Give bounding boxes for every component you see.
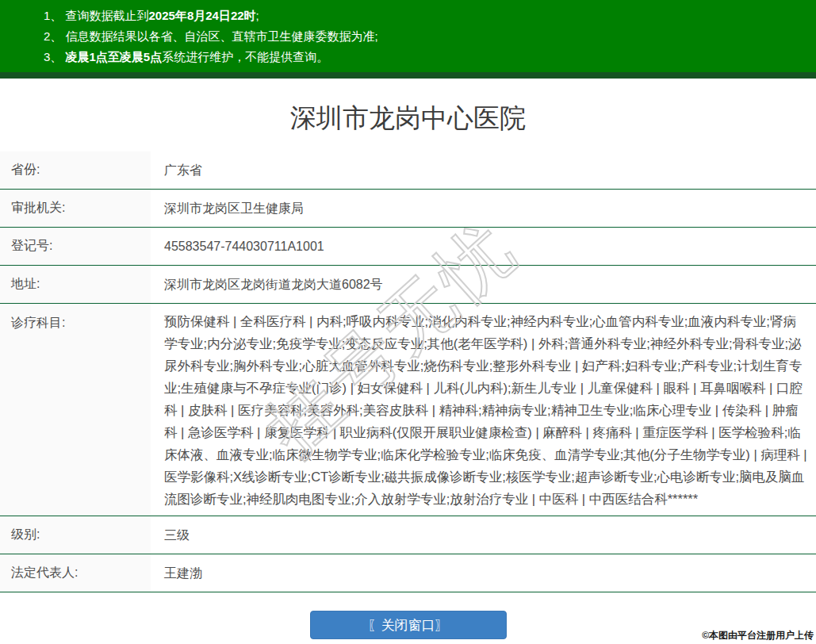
notice-line-1-bold: 2025年8月24日22时 [149,9,256,22]
row-value: 王建渤 [151,562,816,585]
row-value: 深圳市龙岗区龙岗街道龙岗大道6082号 [151,274,816,296]
table-row-registration-number: 登记号: 45583547-744030711A1001 [0,228,816,266]
table-row-address: 地址: 深圳市龙岗区龙岗街道龙岗大道6082号 [0,266,816,304]
close-window-button[interactable]: 〖关闭窗口〗 [310,611,507,639]
notice-line-2-text: 2、 信息数据结果以各省、自治区、直辖市卫生健康委数据为准; [44,29,378,43]
table-row-approval-authority: 审批机关: 深圳市龙岗区卫生健康局 [0,190,816,228]
row-label: 省份: [0,151,151,189]
footer-bar: 〖关闭窗口〗 [0,611,816,639]
row-label: 登记号: [0,228,151,265]
row-label: 级别: [0,516,151,554]
notice-line-3-text: 3、 [44,50,66,63]
row-label: 地址: [0,266,151,303]
notice-line-2: 2、 信息数据结果以各省、自治区、直辖市卫生健康委数据为准; [44,26,800,47]
notice-line-3: 3、 凌晨1点至凌晨5点系统进行维护，不能提供查询。 [44,47,800,67]
table-row-legal-representative: 法定代表人: 王建渤 [0,554,816,592]
table-row-level: 级别: 三级 [0,516,816,554]
hospital-info-table: 省份: 广东省 审批机关: 深圳市龙岗区卫生健康局 登记号: 45583547-… [0,151,816,604]
row-value: 广东省 [151,159,816,182]
notice-line-3-suffix: 系统进行维护，不能提供查询。 [162,50,328,63]
notice-banner-bottom-strip [0,72,816,79]
notice-line-1-text: 1、 查询数据截止到 [44,9,149,22]
row-label: 法定代表人: [0,554,151,592]
row-label: 审批机关: [0,190,151,227]
notice-line-3-bold: 凌晨1点至凌晨5点 [66,50,163,63]
image-credit-text: ©本图由平台注册用户上传 [702,629,814,642]
hospital-title: 深圳市龙岗中心医院 [0,79,816,151]
row-label: 诊疗科目: [0,304,151,516]
row-value: 45583547-744030711A1001 [151,236,816,258]
notice-line-1-suffix: ; [256,9,259,22]
row-value: 预防保健科 | 全科医疗科 | 内科;呼吸内科专业;消化内科专业;神经内科专业;… [151,304,816,516]
row-value: 深圳市龙岗区卫生健康局 [151,197,816,220]
table-row-province: 省份: 广东省 [0,151,816,190]
table-row-departments: 诊疗科目: 预防保健科 | 全科医疗科 | 内科;呼吸内科专业;消化内科专业;神… [0,304,816,516]
notice-line-1: 1、 查询数据截止到2025年8月24日22时; [44,6,800,26]
notice-banner: 1、 查询数据截止到2025年8月24日22时; 2、 信息数据结果以各省、自治… [0,0,816,72]
row-value: 三级 [151,524,816,546]
